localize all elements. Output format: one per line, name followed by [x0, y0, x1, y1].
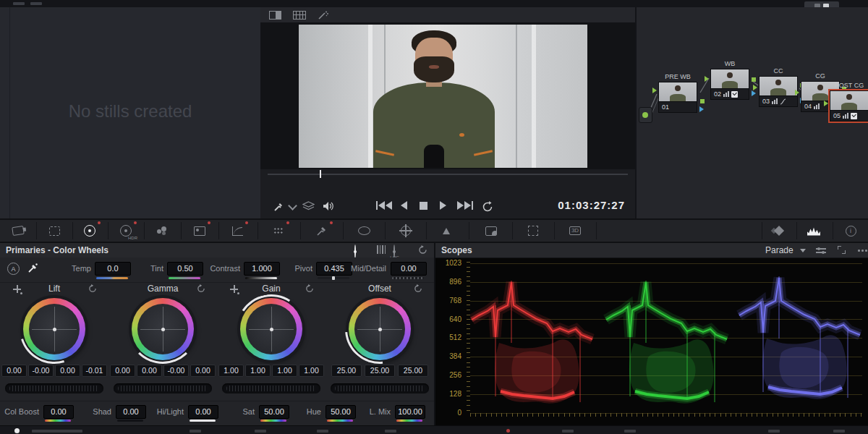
tracker-icon[interactable]: [393, 220, 418, 242]
gain-r-value[interactable]: 1.00: [245, 365, 271, 377]
lift-r-value[interactable]: -0.00: [28, 365, 54, 377]
layers-icon[interactable]: [302, 201, 315, 211]
node-pre-wb[interactable]: PRE WB 01: [658, 82, 697, 113]
gamma-r-value[interactable]: 0.00: [137, 365, 162, 377]
auto-balance-icon[interactable]: A: [7, 263, 20, 275]
gain-master-wheel[interactable]: [222, 383, 320, 393]
primaries-header: Primaries - Color Wheels LOG: [0, 243, 434, 258]
key-icon[interactable]: [479, 220, 503, 242]
reset-icon[interactable]: [197, 284, 205, 293]
node-post-cg[interactable]: POST CG 05: [830, 90, 868, 122]
stereo-3d-icon[interactable]: 3D: [563, 220, 587, 242]
video-area[interactable]: [260, 23, 635, 169]
gamma-master-wheel[interactable]: [114, 383, 212, 393]
sizing-icon[interactable]: [521, 220, 545, 242]
more-options-icon[interactable]: [858, 250, 868, 252]
source-node[interactable]: [639, 107, 652, 123]
y-tick: 512: [435, 333, 461, 341]
l-mix-field[interactable]: 100.00: [395, 405, 425, 419]
scope-mode-select[interactable]: Parade: [765, 245, 793, 255]
lift-color-wheel[interactable]: [23, 298, 85, 360]
motion-effects-icon[interactable]: [187, 220, 212, 242]
step-back-icon[interactable]: [401, 201, 407, 210]
shad-field[interactable]: 0.00: [116, 405, 146, 419]
color-warper-icon[interactable]: [266, 220, 291, 242]
gamma-y-value[interactable]: 0.00: [110, 365, 135, 377]
scope-settings-icon[interactable]: [816, 247, 826, 254]
pivot-label: Pivot: [269, 264, 312, 273]
offset-color-wheel[interactable]: [349, 298, 411, 360]
skip-end-icon[interactable]: [457, 201, 473, 210]
node-wb[interactable]: WB 02: [710, 69, 749, 100]
gamma-b-value[interactable]: 0.00: [190, 365, 216, 377]
checkbox-icon[interactable]: [731, 91, 738, 98]
play-icon[interactable]: [440, 201, 446, 210]
reset-icon[interactable]: [414, 284, 422, 293]
grid-view-icon[interactable]: [293, 11, 306, 20]
sat-field[interactable]: 50.00: [259, 405, 289, 419]
jog-bar[interactable]: [268, 174, 628, 175]
gain-g-value[interactable]: 1.00: [272, 365, 297, 377]
camera-raw-icon[interactable]: [6, 220, 30, 242]
sat-label: Sat: [233, 407, 255, 416]
loop-icon[interactable]: [482, 201, 493, 212]
gallery-empty-text: No stills created: [0, 101, 260, 122]
reset-icon[interactable]: [88, 284, 97, 293]
lift-b-value[interactable]: -0.01: [82, 365, 107, 377]
y-tick: 768: [435, 297, 461, 305]
checkbox-icon[interactable]: [851, 113, 857, 119]
y-tick: 1023: [435, 259, 461, 267]
qualifier-icon[interactable]: [310, 220, 334, 242]
rgb-mixer-icon[interactable]: [150, 220, 174, 242]
col-boost-label: Col Boost: [3, 407, 39, 416]
power-window-icon[interactable]: [352, 220, 376, 242]
expand-icon[interactable]: [838, 246, 846, 254]
col-boost-field[interactable]: 0.00: [43, 405, 74, 419]
audio-icon[interactable]: [323, 201, 334, 211]
primaries-title: Primaries - Color Wheels: [6, 245, 109, 255]
offset-b-value[interactable]: 25.00: [398, 365, 428, 377]
offset-master-wheel[interactable]: [331, 383, 429, 393]
info-icon[interactable]: i: [838, 220, 863, 242]
white-balance-picker-icon[interactable]: [27, 263, 38, 273]
blur-icon[interactable]: [434, 220, 459, 242]
hue-field[interactable]: 50.00: [326, 405, 356, 419]
reset-icon[interactable]: [418, 245, 427, 255]
stop-icon[interactable]: [420, 201, 427, 210]
gain-color-wheel[interactable]: [240, 298, 302, 360]
offset-r-value[interactable]: 25.00: [331, 365, 362, 377]
gain-y-value[interactable]: 1.00: [218, 365, 244, 377]
chevron-down-icon[interactable]: [800, 249, 806, 252]
mid-detail-field[interactable]: 0.00: [391, 262, 427, 276]
scopes-icon[interactable]: [801, 220, 826, 242]
lift-y-value[interactable]: 0.00: [1, 365, 27, 377]
curves-icon[interactable]: [225, 220, 250, 242]
hdr-wheels-icon[interactable]: HDR: [114, 220, 138, 242]
offset-g-value[interactable]: 25.00: [365, 365, 395, 377]
hi-light-field[interactable]: 0.00: [188, 405, 218, 419]
lift-master-wheel[interactable]: [5, 383, 103, 393]
lift-g-value[interactable]: 0.00: [55, 365, 80, 377]
lightbox-icon[interactable]: [767, 220, 791, 242]
bars-mode-icon[interactable]: [377, 245, 386, 254]
playhead[interactable]: [320, 170, 321, 178]
reset-icon[interactable]: [305, 284, 314, 293]
log-mode-icon[interactable]: LOG: [393, 245, 395, 258]
bottom-status-bar: [0, 425, 868, 434]
microphone: [424, 145, 444, 168]
adjustment-row: A Temp 0.0 Tint 0.50 Contrast 1.000 Pivo…: [0, 258, 434, 283]
framing-icon[interactable]: [42, 220, 67, 242]
wheels-mode-icon[interactable]: [354, 245, 356, 258]
split-screen-icon[interactable]: [269, 11, 281, 20]
primaries-footer: Col Boost 0.00 Shad 0.00 Hi/Light 0.00 S…: [0, 401, 434, 426]
enhance-wand-icon[interactable]: [318, 10, 329, 20]
gamma-color-wheel[interactable]: [132, 298, 194, 360]
node-key-output-icon: [699, 106, 704, 112]
skip-start-icon[interactable]: [376, 201, 392, 210]
chevron-down-icon[interactable]: [288, 201, 297, 210]
node-cc[interactable]: CC 03: [759, 76, 798, 107]
color-wheels-icon[interactable]: [77, 220, 102, 242]
gain-b-value[interactable]: 1.00: [299, 365, 324, 377]
picker-icon[interactable]: [273, 201, 284, 212]
gamma-g-value[interactable]: -0.00: [163, 365, 189, 377]
